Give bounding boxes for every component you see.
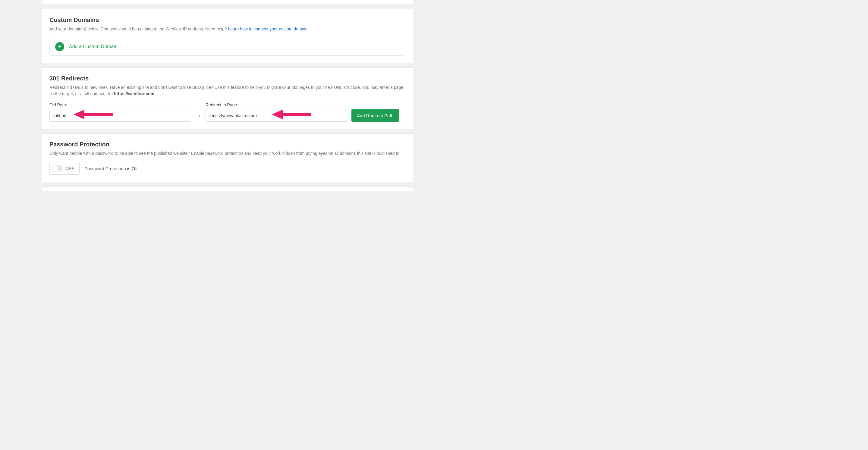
redirect-to-page-input[interactable] [206, 110, 347, 122]
redirects-section: 301 Redirects Redirect old URLs to new o… [42, 67, 414, 129]
custom-domains-help-link[interactable]: Learn how to connect your custom domain. [228, 27, 309, 31]
toggle-state-text: OFF [65, 166, 74, 171]
add-custom-domain-button[interactable]: + Add a Custom Domain [50, 38, 406, 56]
redirects-description: Redirect old URLs to new ones. Have an e… [50, 84, 406, 97]
custom-domains-desc-text: Add your domain(s) below. Domains should… [50, 27, 228, 31]
old-path-label: Old Path: [50, 102, 191, 107]
redirect-to-page-label: Redirect to Page: [206, 102, 347, 107]
toggle-track [53, 165, 62, 171]
custom-domains-description: Add your domain(s) below. Domains should… [50, 26, 406, 32]
password-toggle-row: OFF Password Protection is Off [50, 162, 406, 175]
password-protection-status: Password Protection is Off [84, 166, 137, 171]
redirects-title: 301 Redirects [50, 75, 406, 82]
redirects-desc-text: Redirect old URLs to new ones. Have an e… [50, 85, 403, 96]
password-protection-section: Password Protection Only want people wit… [42, 133, 414, 182]
redirects-desc-example: https://webflow.com [114, 91, 154, 96]
plus-icon: + [55, 42, 64, 51]
arrow-right-icon: → [195, 112, 201, 122]
custom-domains-section: Custom Domains Add your domain(s) below.… [42, 9, 414, 63]
password-protection-toggle[interactable]: OFF [50, 162, 80, 175]
redirect-form-row: Old Path: → Redirect to Page: Add Redire… [50, 102, 406, 122]
password-protection-title: Password Protection [50, 141, 406, 148]
password-protection-description: Only want people with a password to be a… [50, 150, 406, 157]
add-redirect-path-button[interactable]: Add Redirect Path [351, 109, 399, 122]
custom-domains-title: Custom Domains [50, 17, 406, 24]
old-path-input[interactable] [50, 110, 191, 122]
previous-section-card [42, 0, 414, 5]
add-custom-domain-label: Add a Custom Domain [69, 44, 118, 50]
next-section-card [42, 187, 414, 191]
toggle-knob [52, 165, 59, 172]
